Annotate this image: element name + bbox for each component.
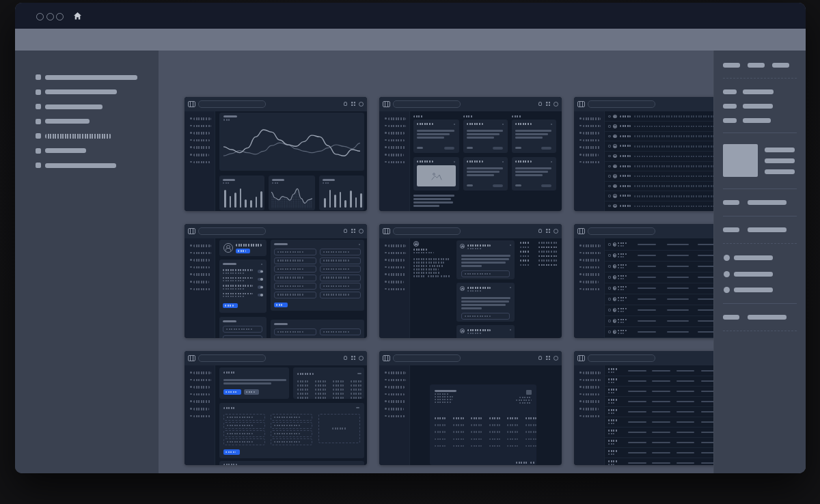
- stat-cell-placeholder: [297, 384, 308, 387]
- feed-post-card[interactable]: [456, 240, 515, 279]
- setting-toggle[interactable]: [258, 294, 263, 297]
- mini-input-field[interactable]: [320, 328, 361, 335]
- dashboard-thumbnail-social-feed[interactable]: [379, 224, 562, 338]
- profile-edit-button[interactable]: [236, 249, 250, 253]
- mini-input-field[interactable]: [274, 249, 316, 255]
- kanban-task-card[interactable]: [463, 120, 508, 153]
- feed-post-card[interactable]: [456, 325, 515, 338]
- table-row-checkbox[interactable]: [608, 320, 611, 322]
- mini-input-field[interactable]: [274, 328, 316, 335]
- save-button[interactable]: [223, 303, 238, 308]
- mini-input-field[interactable]: [274, 283, 316, 290]
- sidebar-item-3[interactable]: [15, 102, 159, 111]
- mini-input-field[interactable]: [223, 422, 265, 429]
- inbox-row-checkbox[interactable]: [608, 125, 611, 128]
- stats-panel: [293, 367, 364, 399]
- dashboard-thumbnail-analytics-dashboard[interactable]: [184, 97, 367, 211]
- kanban-task-card[interactable]: [512, 120, 556, 153]
- mini-input-field[interactable]: [223, 438, 265, 445]
- trend-label-placeholder: [520, 260, 530, 262]
- sidebar-item-7[interactable]: [15, 160, 159, 170]
- submit-button[interactable]: [274, 303, 288, 307]
- mini-input-field[interactable]: [320, 283, 361, 290]
- invoice-title-placeholder: [435, 390, 456, 392]
- table-row-checkbox[interactable]: [608, 309, 611, 311]
- inbox-row-checkbox[interactable]: [608, 135, 611, 138]
- sidebar-item-5[interactable]: [15, 131, 159, 141]
- mini-input-field[interactable]: [223, 335, 262, 338]
- sidebar-item-1[interactable]: [15, 72, 159, 82]
- cell-placeholder: [652, 432, 670, 434]
- setting-toggle[interactable]: [258, 278, 263, 281]
- mini-input-field[interactable]: [274, 257, 316, 264]
- setting-toggle[interactable]: [258, 270, 263, 273]
- sidebar-item-2[interactable]: [15, 87, 159, 97]
- mini-input-field[interactable]: [223, 430, 265, 437]
- input-value-scribble: [227, 425, 253, 427]
- inbox-row-avatar: [613, 135, 617, 139]
- submit-button[interactable]: [223, 449, 240, 455]
- table-row-checkbox[interactable]: [608, 276, 611, 279]
- table-row-checkbox[interactable]: [608, 287, 611, 290]
- dashboard-thumbnail-invoice-document[interactable]: [379, 351, 562, 465]
- mini-secondary-button[interactable]: [244, 389, 259, 395]
- table-row-checkbox[interactable]: [608, 331, 611, 333]
- mini-input-field[interactable]: [274, 275, 316, 281]
- mini-input-field[interactable]: [271, 422, 312, 429]
- table-row-checkbox[interactable]: [608, 254, 611, 257]
- dashboard-thumbnail-form-page[interactable]: [184, 351, 367, 465]
- sidebar-item-6[interactable]: [15, 146, 159, 156]
- mini-input-field[interactable]: [320, 292, 361, 298]
- home-icon[interactable]: [73, 12, 82, 20]
- dashboard-thumbnail-kanban-board[interactable]: [379, 97, 562, 211]
- inbox-row-checkbox[interactable]: [608, 185, 611, 188]
- kanban-task-card[interactable]: [512, 157, 556, 191]
- traffic-light-1[interactable]: [36, 13, 44, 20]
- sidebar-item-4[interactable]: [15, 117, 159, 126]
- mini-input-field[interactable]: [271, 414, 312, 421]
- mini-input-field[interactable]: [320, 249, 361, 255]
- inspector-option-placeholder[interactable]: [734, 272, 773, 277]
- mini-input-field[interactable]: [320, 266, 361, 272]
- traffic-light-3[interactable]: [56, 13, 64, 20]
- inbox-row-checkbox[interactable]: [608, 145, 611, 148]
- mini-input-field[interactable]: [271, 438, 312, 445]
- table-row-checkbox[interactable]: [608, 243, 611, 246]
- dashboard-thumbnail-settings-page[interactable]: [184, 224, 367, 338]
- mini-nav-label-placeholder: [388, 400, 405, 403]
- inbox-row-checkbox[interactable]: [608, 205, 611, 208]
- mini-input-field[interactable]: [274, 266, 316, 272]
- mini-input-field[interactable]: [274, 292, 316, 298]
- kanban-task-card[interactable]: [413, 120, 459, 153]
- inbox-row-checkbox[interactable]: [608, 175, 611, 178]
- mini-input-field[interactable]: [223, 326, 262, 333]
- stat-cell-placeholder: [315, 397, 326, 399]
- inspector-option-placeholder[interactable]: [734, 288, 773, 292]
- kanban-task-card[interactable]: [463, 157, 508, 191]
- primary-action-button[interactable]: [223, 389, 241, 395]
- traffic-light-2[interactable]: [46, 13, 54, 20]
- mini-input-field[interactable]: [223, 414, 265, 421]
- inspector-tab-3[interactable]: [772, 63, 789, 68]
- inbox-row-checkbox[interactable]: [608, 115, 611, 118]
- inbox-row-checkbox[interactable]: [608, 165, 611, 168]
- comment-input[interactable]: [461, 270, 510, 277]
- table-row-checkbox[interactable]: [608, 265, 611, 268]
- comment-input[interactable]: [461, 313, 510, 320]
- mini-input-field[interactable]: [320, 257, 361, 264]
- inspector-tab-1[interactable]: [723, 63, 740, 68]
- table-row-checkbox[interactable]: [608, 298, 611, 300]
- mini-nav-label-placeholder: [388, 154, 404, 156]
- setting-label-placeholder: [223, 285, 253, 287]
- inbox-row-checkbox[interactable]: [608, 195, 611, 197]
- inspector-tab-2[interactable]: [748, 63, 765, 68]
- cell-placeholder: [652, 370, 670, 372]
- setting-toggle[interactable]: [258, 285, 263, 289]
- feed-post-card[interactable]: [456, 283, 515, 322]
- inspector-option-placeholder[interactable]: [734, 255, 773, 260]
- inbox-row-checkbox[interactable]: [608, 155, 611, 158]
- kanban-task-card[interactable]: [413, 157, 459, 191]
- mini-input-field[interactable]: [271, 430, 312, 437]
- mini-nav-label-placeholder: [388, 288, 405, 291]
- mini-input-field[interactable]: [320, 275, 361, 281]
